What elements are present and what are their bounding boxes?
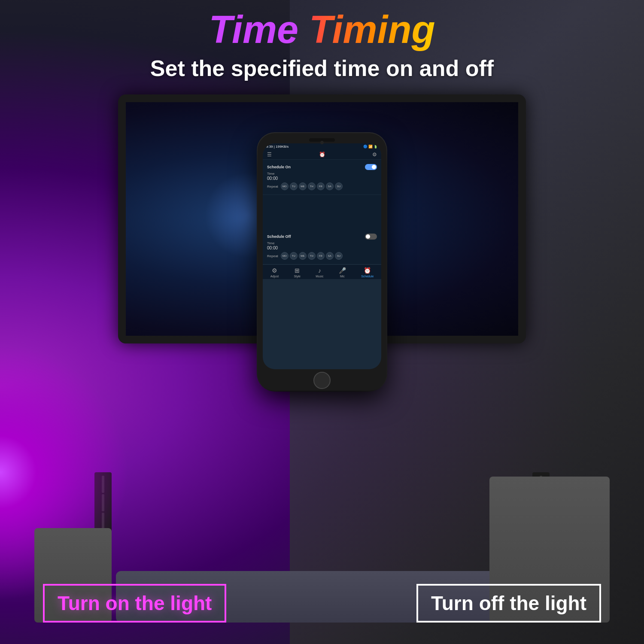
nav-mic[interactable]: 🎤 Mic	[339, 267, 346, 278]
bottom-nav: ⚙ Adjust ⊞ Style ♪ Music 🎤 Mic ⏰ Sche	[263, 264, 381, 279]
schedule-on-row: Schedule On	[267, 162, 377, 172]
day-sa[interactable]: SA	[326, 182, 334, 190]
repeat-label-off: Repeat	[267, 254, 278, 258]
schedule-off-section: Schedule Off Time 00:00 Repeat MO TU WE …	[263, 229, 381, 264]
day-mo[interactable]: MO	[281, 182, 289, 190]
day-th[interactable]: TH	[308, 182, 316, 190]
toggle-knob-off	[366, 234, 370, 239]
nav-schedule[interactable]: ⏰ Schedule	[361, 267, 374, 278]
scroll-area	[263, 195, 381, 229]
header: Time Timing Set the specified time on an…	[0, 9, 644, 81]
nav-bar: ☰ ⏰ ⚙	[263, 150, 381, 160]
schedule-label-nav: Schedule	[361, 275, 374, 278]
phone: 9:39 | 199KB/s 🔵 📶 🔋 ☰ ⏰ ⚙ Schedule On	[258, 133, 386, 391]
subtitle: Set the specified time on and off	[0, 55, 644, 81]
days-row-on: Repeat MO TU WE TH FR SA SU	[267, 181, 377, 192]
day-su[interactable]: SU	[335, 182, 343, 190]
mic-label: Mic	[340, 275, 345, 278]
time-label-off: Time	[267, 241, 377, 245]
schedule-off-label: Schedule Off	[267, 234, 291, 239]
adjust-label: Adjust	[270, 275, 279, 278]
repeat-label-on: Repeat	[267, 185, 278, 188]
phone-screen: 9:39 | 199KB/s 🔵 📶 🔋 ☰ ⏰ ⚙ Schedule On	[263, 143, 381, 369]
schedule-content: Schedule On Time 00:00 Repeat MO TU WE T…	[263, 160, 381, 264]
time-value-off[interactable]: 00:00	[267, 246, 377, 250]
days-row-off: Repeat MO TU WE TH FR SA SU	[267, 250, 377, 261]
schedule-on-toggle[interactable]	[365, 164, 377, 170]
status-time: 9:39 | 199KB/s	[266, 145, 289, 149]
time-label-on: Time	[267, 172, 377, 176]
day-su-off[interactable]: SU	[335, 252, 343, 260]
schedule-icon: ⏰	[364, 267, 371, 274]
toggle-knob	[372, 165, 376, 169]
bottom-labels: Turn on the light Turn off the light	[0, 584, 644, 623]
mic-icon: 🎤	[339, 267, 346, 274]
day-th-off[interactable]: TH	[308, 252, 316, 260]
day-we-off[interactable]: WE	[299, 252, 307, 260]
day-sa-off[interactable]: SA	[326, 252, 334, 260]
settings-icon[interactable]: ⚙	[372, 152, 377, 158]
music-icon: ♪	[318, 267, 321, 274]
nav-adjust[interactable]: ⚙ Adjust	[270, 267, 279, 278]
turn-off-label: Turn off the light	[416, 584, 601, 623]
schedule-off-row: Schedule Off	[267, 232, 377, 241]
phone-wrapper: 9:39 | 199KB/s 🔵 📶 🔋 ☰ ⏰ ⚙ Schedule On	[258, 133, 386, 391]
menu-icon[interactable]: ☰	[267, 152, 272, 158]
schedule-on-section: Schedule On Time 00:00 Repeat MO TU WE T…	[263, 160, 381, 195]
time-value-on[interactable]: 00:00	[267, 176, 377, 181]
style-icon: ⊞	[295, 267, 300, 274]
nav-music[interactable]: ♪ Music	[316, 267, 323, 278]
nav-style[interactable]: ⊞ Style	[294, 267, 301, 278]
status-bar: 9:39 | 199KB/s 🔵 📶 🔋	[263, 143, 381, 150]
main-title: Time Timing	[0, 9, 644, 51]
day-fr-off[interactable]: FR	[317, 252, 325, 260]
music-label: Music	[316, 275, 323, 278]
timer-icon[interactable]: ⏰	[319, 152, 325, 158]
day-tu-off[interactable]: TU	[290, 252, 298, 260]
day-tu[interactable]: TU	[290, 182, 298, 190]
day-we[interactable]: WE	[299, 182, 307, 190]
phone-home-button[interactable]	[313, 372, 331, 389]
phone-camera	[320, 141, 324, 144]
title-time: Time	[209, 8, 298, 51]
status-icons: 🔵 📶 🔋	[363, 145, 378, 149]
day-fr[interactable]: FR	[317, 182, 325, 190]
day-mo-off[interactable]: MO	[281, 252, 289, 260]
turn-on-label: Turn on the light	[43, 584, 226, 623]
style-label: Style	[294, 275, 301, 278]
adjust-icon: ⚙	[272, 267, 277, 274]
title-timing: Timing	[309, 8, 435, 51]
schedule-on-label: Schedule On	[267, 165, 291, 169]
schedule-off-toggle[interactable]	[365, 234, 377, 240]
